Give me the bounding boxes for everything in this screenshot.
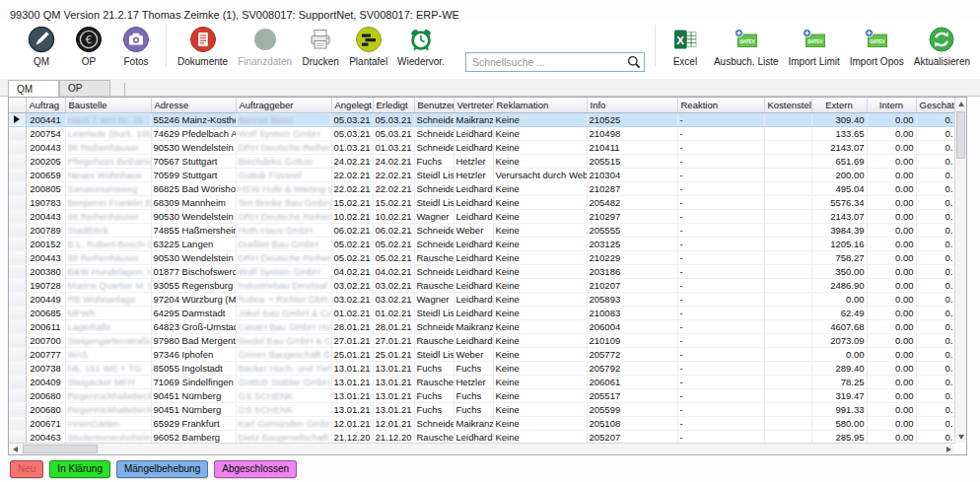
cell-reaktion[interactable]: - [677,237,764,250]
column-header-geschaetzt[interactable]: Geschätzt [916,98,955,112]
vertical-scrollbar[interactable] [954,98,966,443]
cell-baustelle[interactable]: Regenrückhaltebecken [65,388,151,402]
cell-extern[interactable]: 133.65 [811,126,867,140]
cell-reaktion[interactable]: - [677,347,764,361]
cell-adresse[interactable]: 74629 Pfedelbach Am [151,126,236,140]
cell-adresse[interactable]: 96052 Bamberg [151,430,236,444]
cell-intern[interactable]: 0.00 [867,112,916,126]
table-row[interactable]: 200463Studentenwohnheim96052 BambergDiet… [9,430,955,444]
cell-vertreter[interactable]: Leidhardt [454,292,493,306]
cell-extern[interactable]: 3984.39 [811,223,867,237]
cell-erledigt[interactable]: 21.12.20 [373,430,414,444]
cell-angelegt[interactable]: 22.02.21 [331,181,373,195]
cell-kostenstelle[interactable] [764,292,811,306]
cell-geschaetzt[interactable]: 0. [916,126,955,140]
cell-geschaetzt[interactable]: 0. [916,112,955,126]
toolbar-button-ausbuch-liste[interactable]: DATEVAusbuch. Liste [714,25,779,67]
cell-auftrag[interactable]: 200463 [26,430,65,444]
cell-extern[interactable]: 289.40 [811,361,867,375]
cell-info[interactable]: 210207 [587,278,677,292]
cell-reklamation[interactable]: Keine [493,292,587,306]
cell-reklamation[interactable]: Keine [493,264,587,278]
cell-intern[interactable]: 0.00 [867,140,916,154]
row-selector[interactable] [9,388,26,402]
cell-reklamation[interactable]: Keine [493,278,587,292]
table-row[interactable]: 200449RB Wohnanlage97204 Würzburg (Markt… [9,292,955,306]
cell-reklamation[interactable]: Keine [493,223,587,237]
cell-baustelle[interactable]: Lagerhalle [65,319,151,333]
cell-adresse[interactable]: 70599 Stuttgart [151,168,236,181]
column-header-auftrag[interactable]: Auftrag [26,98,65,112]
table-row[interactable]: 200754Leieriede (Burk. 195153)74629 Pfed… [9,126,955,140]
cell-angelegt[interactable]: 01.02.21 [331,306,373,319]
cell-reklamation[interactable]: Keine [493,112,587,126]
cell-vertreter[interactable]: Leidhardt [454,278,493,292]
cell-vertreter[interactable]: Maikranz [454,319,493,333]
cell-baustelle[interactable]: Leieriede (Burk. 195153) [65,126,151,140]
cell-auftraggeber[interactable]: Dietz Baugesellschaft mbH [236,430,331,444]
cell-benutzer[interactable]: Schneider [414,223,454,237]
table-row[interactable]: 200738N6, 151 WE + TG85055 IngolstadtBäc… [9,361,955,375]
cell-reklamation[interactable]: Keine [493,181,587,195]
row-selector[interactable] [9,250,26,264]
table-row[interactable]: 200441Haus 7 WH Nr. 1555246 Mainz-Kosthe… [9,112,955,126]
cell-erledigt[interactable]: 13.01.21 [373,375,414,388]
search-input[interactable] [470,55,627,69]
row-selector[interactable] [9,195,26,209]
cell-extern[interactable]: 651.69 [811,154,867,168]
cell-vertreter[interactable]: Leidhardt [454,181,493,195]
cell-geschaetzt[interactable]: 0. [916,223,955,237]
cell-auftrag[interactable]: 200754 [26,126,65,140]
cell-reaktion[interactable]: - [677,223,764,237]
legend-chip-in-kl-rung[interactable]: In Klärung [49,460,110,478]
cell-adresse[interactable]: 93055 Regensburg [151,278,236,292]
cell-benutzer[interactable]: Rauscher [414,278,454,292]
scroll-left-button[interactable] [9,444,21,455]
cell-angelegt[interactable]: 12.01.21 [331,416,373,430]
cell-reklamation[interactable]: Keine [493,209,587,223]
table-row[interactable]: 200789Stadtblick74855 HaßmersheimHuth-Ha… [9,223,955,237]
cell-extern[interactable]: 5576.34 [811,195,867,209]
cell-geschaetzt[interactable]: 0. [916,264,955,278]
row-selector[interactable] [9,361,26,375]
cell-baustelle[interactable]: Neues Wohnhaus [65,168,151,181]
cell-vertreter[interactable]: Leidhardt [454,306,493,319]
row-selector[interactable] [9,112,26,126]
cell-reaktion[interactable]: - [677,112,764,126]
cell-auftrag[interactable]: 200789 [26,223,65,237]
cell-vertreter[interactable]: Weber [454,347,493,361]
cell-auftraggeber[interactable]: Rohne + Richter GbR [236,292,331,306]
column-header-reaktion[interactable]: Reaktion [677,98,764,112]
cell-auftraggeber[interactable]: CasaH Bau GmbH Hoch+Tief [236,319,331,333]
cell-extern[interactable]: 2073.09 [811,333,867,347]
cell-kostenstelle[interactable] [764,264,811,278]
cell-kostenstelle[interactable] [764,168,811,181]
cell-geschaetzt[interactable]: 0. [916,333,955,347]
cell-auftraggeber[interactable]: DRH Deutsche Reihenhaus [236,250,331,264]
cell-baustelle[interactable]: WA5 [65,347,151,361]
cell-angelegt[interactable]: 15.02.21 [331,195,373,209]
cell-baustelle[interactable]: Marina Quartier M. 5 [65,278,151,292]
cell-benutzer[interactable]: Fuchs [414,361,454,375]
cell-angelegt[interactable]: 05.02.21 [331,250,373,264]
cell-adresse[interactable]: 64295 Darmstadt [151,306,236,319]
cell-kostenstelle[interactable] [764,416,811,430]
cell-kostenstelle[interactable] [764,347,811,361]
row-selector[interactable] [9,278,26,292]
cell-auftrag[interactable]: 200805 [26,181,65,195]
cell-benutzer[interactable]: Fuchs [414,402,454,416]
cell-auftrag[interactable]: 200777 [26,347,65,361]
table-row[interactable]: 200152B.L. Robert-Bosch-Str.63225 Langen… [9,237,955,250]
cell-auftraggeber[interactable]: Wolf System GmbH [236,264,331,278]
cell-intern[interactable]: 0.00 [867,292,916,306]
cell-reklamation[interactable]: Keine [493,333,587,347]
cell-geschaetzt[interactable]: 0. [916,319,955,333]
cell-auftraggeber[interactable]: Industriebau Dmetaal [236,278,331,292]
cell-auftrag[interactable]: 200671 [26,416,65,430]
cell-geschaetzt[interactable]: 0. [916,154,955,168]
cell-angelegt[interactable]: 05.02.21 [331,237,373,250]
cell-reklamation[interactable]: Keine [493,361,587,375]
cell-extern[interactable]: 285.95 [811,430,867,444]
row-selector[interactable] [9,223,26,237]
cell-adresse[interactable]: 86825 Bad Wörishofen [151,181,236,195]
